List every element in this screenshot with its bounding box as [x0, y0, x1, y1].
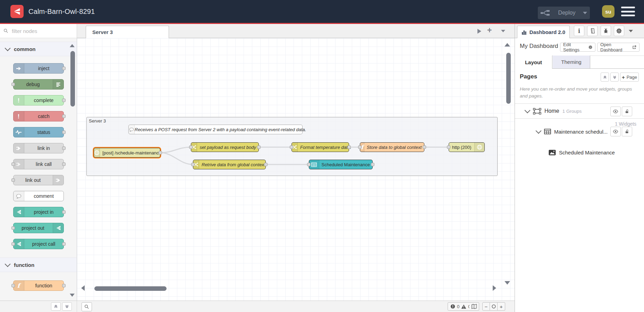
reorder-up-button[interactable]	[601, 73, 609, 82]
palette-node-status[interactable]: status	[13, 127, 64, 137]
function-icon: f	[14, 281, 24, 290]
tree-row-home-page[interactable]: Home 1 Groups	[515, 103, 644, 119]
tab-config-button[interactable]	[614, 26, 624, 36]
output-port[interactable]	[371, 163, 374, 166]
reorder-down-button[interactable]	[610, 73, 619, 82]
tab-dashboard-2[interactable]: Dashboard 2.0	[517, 26, 570, 38]
input-port[interactable]	[358, 145, 362, 149]
sidebar-tab-bar: Dashboard 2.0 i	[515, 24, 644, 38]
globe-icon	[94, 148, 100, 157]
palette-node-link-call[interactable]: link call	[13, 159, 64, 169]
http-response-node[interactable]: http (200)	[449, 142, 485, 152]
eye-icon	[613, 109, 618, 113]
palette-node-link-in[interactable]: link in	[13, 143, 64, 153]
palette-node-function[interactable]: f function	[13, 280, 64, 291]
flow-canvas[interactable]: Server 3 Receives a POST request from Se…	[77, 38, 515, 301]
deploy-button[interactable]: Deploy	[538, 7, 590, 19]
chevron-down-icon[interactable]	[525, 108, 531, 113]
visibility-toggle-button[interactable]	[610, 107, 621, 116]
visibility-toggle-button[interactable]	[610, 127, 621, 136]
unlock-icon	[625, 129, 629, 134]
user-avatar[interactable]: su	[602, 5, 615, 18]
zoom-out-button[interactable]: −	[482, 302, 490, 311]
lock-toggle-button[interactable]	[622, 127, 632, 136]
collapse-categories-button[interactable]	[51, 302, 61, 311]
image-icon	[549, 150, 556, 155]
function-node-store-global[interactable]: f Store data to global context	[360, 142, 424, 152]
tree-row-maintenance-group[interactable]: Maintenance schedul... 1 Widgets	[515, 125, 644, 138]
zoom-in-button[interactable]: +	[498, 302, 505, 311]
input-port[interactable]	[307, 163, 311, 166]
input-port[interactable]	[290, 145, 293, 149]
open-dashboard-button[interactable]: Open Dashboard	[597, 43, 639, 52]
palette-node-comment[interactable]: comment	[13, 191, 64, 201]
unlock-icon	[625, 109, 629, 114]
palette-node-catch[interactable]: ! catch	[13, 111, 64, 121]
canvas-scroll-right-arrow[interactable]	[493, 285, 496, 291]
palette-node-complete[interactable]: ! complete	[13, 95, 64, 106]
palette-node-link-out[interactable]: link out	[13, 175, 64, 185]
palette-category-common[interactable]: common	[0, 42, 77, 56]
ui-table-node[interactable]: Scheduled Maintenance	[309, 160, 373, 169]
canvas-scroll-down-arrow[interactable]	[505, 281, 510, 285]
palette-nodes-common: inject debug ! complete ! catch status	[0, 56, 77, 249]
pulse-icon	[14, 127, 24, 137]
lock-toggle-button[interactable]	[622, 107, 632, 116]
expand-categories-button[interactable]	[62, 302, 72, 311]
deploy-options-caret-icon[interactable]	[583, 12, 587, 14]
tab-debug-button[interactable]	[601, 26, 611, 36]
palette-node-project-call[interactable]: project call	[13, 239, 64, 249]
tab-help-button[interactable]	[587, 26, 598, 36]
tab-scroll-right-icon[interactable]	[477, 29, 481, 34]
palette-node-inject[interactable]: inject	[13, 63, 64, 74]
tab-theming[interactable]: Theming	[553, 56, 590, 68]
palette-scroll-up-arrow[interactable]	[70, 44, 75, 47]
minimap-toggle-button[interactable]	[469, 302, 479, 311]
right-sidebar: Dashboard 2.0 i My Dashboard Edit Settin…	[515, 24, 644, 312]
output-port[interactable]	[264, 163, 268, 166]
change-node-retrieve-global[interactable]: Retrive data from global context	[193, 160, 266, 169]
comment-bubble-icon	[14, 191, 24, 201]
workspace-tab-bar: Server 3 +	[77, 24, 515, 38]
tab-server-3[interactable]: Server 3	[86, 26, 169, 38]
palette-node-project-in[interactable]: project in	[13, 207, 64, 217]
add-flow-button[interactable]: +	[487, 26, 492, 35]
change-node-set-payload[interactable]: set payload as request body	[191, 142, 259, 152]
palette-scrollbar-thumb[interactable]	[70, 51, 75, 107]
sidebar-tabs-expand-button[interactable]	[629, 30, 633, 32]
comment-node[interactable]: Receives a POST request from Server 2 wi…	[128, 125, 303, 134]
canvas-horizontal-scrollbar-thumb[interactable]	[94, 286, 167, 291]
input-port[interactable]	[189, 145, 193, 149]
canvas-vertical-scrollbar-thumb[interactable]	[506, 53, 511, 104]
input-port[interactable]	[447, 145, 450, 149]
palette-scroll-down-arrow[interactable]	[70, 294, 75, 297]
chevron-down-icon[interactable]	[536, 128, 542, 134]
output-port	[62, 115, 66, 118]
add-page-button[interactable]: + Page	[620, 73, 639, 82]
output-port[interactable]	[257, 145, 261, 149]
flow-list-button[interactable]	[501, 30, 505, 32]
palette-category-function[interactable]: function	[0, 258, 77, 272]
output-port[interactable]	[423, 145, 426, 149]
tab-info-button[interactable]: i	[574, 26, 584, 36]
main-menu-button[interactable]	[621, 7, 635, 16]
canvas-scroll-left-arrow[interactable]	[81, 285, 85, 291]
tab-layout[interactable]: Layout	[515, 56, 552, 69]
change-node-format-temperature[interactable]: Format temperature data.	[291, 142, 349, 152]
search-flows-button[interactable]	[82, 302, 92, 311]
palette-search[interactable]	[0, 24, 77, 38]
dashboard-header: My Dashboard Edit Settings Open Dashboar…	[515, 38, 644, 56]
palette-node-debug[interactable]: debug	[13, 79, 64, 90]
palette-search-input[interactable]	[11, 28, 68, 34]
zoom-reset-button[interactable]	[490, 302, 498, 311]
edit-settings-button[interactable]: Edit Settings	[560, 43, 595, 52]
output-port[interactable]	[159, 151, 162, 154]
tree-row-scheduled-maintenance-widget[interactable]: Scheduled Maintenance	[515, 146, 644, 159]
input-port[interactable]	[191, 163, 195, 166]
canvas-scroll-up-arrow[interactable]	[505, 43, 510, 47]
output-port[interactable]	[347, 145, 351, 149]
globe-icon	[474, 143, 484, 152]
http-in-node[interactable]: [post] /schedule-maintenance	[94, 148, 160, 158]
palette-node-project-out[interactable]: project out	[13, 223, 64, 233]
output-port	[62, 146, 66, 150]
